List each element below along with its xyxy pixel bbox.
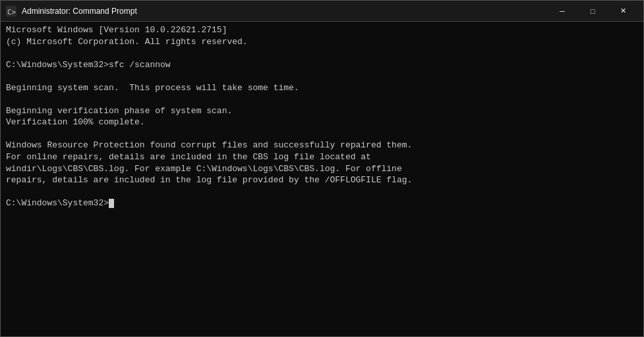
window-controls: ─ □ ✕ xyxy=(547,1,638,22)
terminal-line: windir\Logs\CBS\CBS.log. For example C:\… xyxy=(6,163,638,175)
cmd-window: C> Administrator: Command Prompt ─ □ ✕ M… xyxy=(0,0,644,337)
close-button[interactable]: ✕ xyxy=(608,1,638,22)
terminal-line: Beginning system scan. This process will… xyxy=(6,82,638,94)
terminal-line: C:\Windows\System32> xyxy=(6,197,638,209)
terminal-line: repairs, details are included in the log… xyxy=(6,174,638,186)
terminal-line xyxy=(6,70,638,82)
terminal-line xyxy=(6,186,638,198)
minimize-button[interactable]: ─ xyxy=(547,1,577,22)
svg-text:C>: C> xyxy=(7,8,16,16)
terminal-line: C:\Windows\System32>sfc /scannow xyxy=(6,59,638,71)
title-bar: C> Administrator: Command Prompt ─ □ ✕ xyxy=(1,1,643,22)
terminal-line: Beginning verification phase of system s… xyxy=(6,105,638,117)
maximize-button[interactable]: □ xyxy=(577,1,608,22)
terminal-line: (c) Microsoft Corporation. All rights re… xyxy=(6,36,638,48)
terminal-line: Windows Resource Protection found corrup… xyxy=(6,140,638,151)
cmd-icon: C> xyxy=(6,6,16,16)
terminal-line: For online repairs, details are included… xyxy=(6,151,638,163)
window-title: Administrator: Command Prompt xyxy=(22,7,547,16)
terminal-line: Microsoft Windows [Version 10.0.22621.27… xyxy=(6,24,638,36)
terminal-line xyxy=(6,47,638,59)
terminal-line: Verification 100% complete. xyxy=(6,117,638,128)
terminal-body[interactable]: Microsoft Windows [Version 10.0.22621.27… xyxy=(1,22,643,336)
cursor xyxy=(109,199,114,208)
terminal-line xyxy=(6,93,638,105)
terminal-line xyxy=(6,128,638,140)
